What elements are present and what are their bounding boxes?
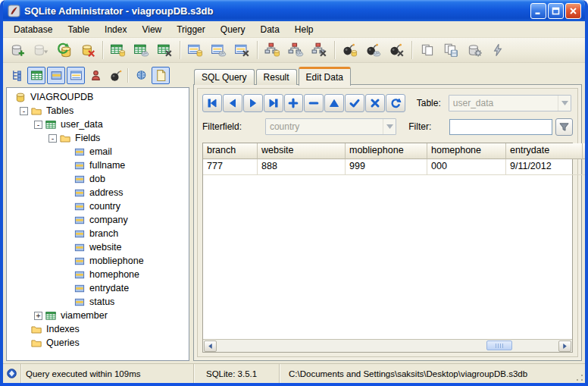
close-button[interactable]: [565, 3, 581, 19]
minimize-button[interactable]: [530, 3, 546, 19]
query-add-icon[interactable]: [339, 39, 361, 61]
tree-item-viamember[interactable]: +viamember: [7, 309, 189, 322]
database-refresh-icon[interactable]: [53, 39, 76, 61]
next-record-button[interactable]: [243, 94, 263, 112]
show-fields-icon[interactable]: [47, 67, 65, 84]
column-header[interactable]: entrydate: [506, 143, 583, 159]
menu-database[interactable]: Database: [6, 22, 60, 37]
filter-input[interactable]: [449, 119, 552, 135]
last-record-button[interactable]: [264, 94, 283, 112]
tree-item-queries[interactable]: Queries: [7, 336, 189, 350]
tree-item-field[interactable]: email: [7, 145, 189, 158]
view-drop-icon[interactable]: [231, 39, 254, 61]
tree-expander[interactable]: -: [34, 121, 42, 129]
maximize-button[interactable]: [548, 3, 564, 19]
tree-item-field[interactable]: address: [7, 186, 189, 199]
show-schema-icon[interactable]: [152, 67, 170, 84]
column-header[interactable]: branch: [203, 143, 258, 159]
menu-query[interactable]: Query: [213, 22, 253, 37]
object-tree-icon[interactable]: [8, 67, 26, 84]
tree-item-fields[interactable]: -Fields: [7, 131, 189, 145]
show-tables-icon[interactable]: [27, 67, 45, 84]
tree-item-field[interactable]: website: [7, 240, 189, 254]
index-edit-icon[interactable]: [285, 39, 308, 61]
table-add-icon[interactable]: [107, 39, 130, 61]
edit-record-button[interactable]: [324, 94, 344, 112]
tree-item-indexes[interactable]: Indexes: [7, 322, 189, 336]
tree-item-field[interactable]: mobliephone: [7, 254, 189, 268]
title-bar: SQLite Administrator - viagroupDB.s3db: [3, 0, 585, 21]
index-add-icon[interactable]: [261, 39, 284, 61]
post-edit-button[interactable]: [345, 94, 364, 112]
horizontal-scrollbar[interactable]: [203, 339, 572, 352]
tree-item-user-data[interactable]: -user_data: [7, 118, 189, 131]
query-drop-icon[interactable]: [386, 39, 408, 61]
tree-expander[interactable]: +: [34, 312, 42, 320]
tab-sql-query[interactable]: SQL Query: [194, 69, 255, 85]
database-add-icon[interactable]: [6, 39, 29, 61]
tree-item-field[interactable]: company: [7, 213, 189, 227]
view-edit-icon[interactable]: [208, 39, 230, 61]
refresh-records-button[interactable]: [386, 94, 405, 112]
tab-edit-data[interactable]: Edit Data: [299, 67, 351, 86]
scrollbar-track[interactable]: [217, 340, 558, 352]
tree-item-field[interactable]: country: [7, 199, 189, 213]
table-selector-dropdown[interactable]: user_data: [449, 95, 571, 111]
insert-record-button[interactable]: [284, 94, 304, 112]
database-tree[interactable]: VIAGROUPDB -Tables -user_data -Fields em…: [6, 87, 189, 361]
column-header[interactable]: mobliephone: [346, 143, 427, 159]
tree-item-field[interactable]: homephone: [7, 268, 189, 281]
menu-trigger[interactable]: Trigger: [169, 22, 213, 37]
scroll-right-icon[interactable]: [558, 340, 571, 352]
save-icon[interactable]: [439, 39, 462, 61]
show-queries-icon[interactable]: [106, 67, 124, 84]
scroll-left-icon[interactable]: [204, 340, 217, 352]
grid-cell[interactable]: 999: [346, 159, 427, 175]
database-open-icon[interactable]: [30, 39, 52, 61]
index-drop-icon[interactable]: [308, 39, 331, 61]
database-close-icon[interactable]: [77, 39, 99, 61]
table-drop-icon[interactable]: [154, 39, 177, 61]
database-settings-icon[interactable]: [463, 39, 486, 61]
prior-record-button[interactable]: [223, 94, 242, 112]
apply-filter-button[interactable]: [555, 118, 573, 136]
table-row[interactable]: 777 888 999 000 9/11/2012: [203, 159, 572, 175]
tree-item-label: company: [89, 215, 128, 225]
show-system-tables-icon[interactable]: [132, 67, 150, 84]
execute-sql-icon[interactable]: [486, 39, 509, 61]
view-add-icon[interactable]: [184, 39, 207, 61]
tree-item-field[interactable]: entrydate: [7, 281, 189, 295]
grid-cell[interactable]: 888: [258, 159, 346, 175]
resize-grip[interactable]: [573, 364, 585, 383]
grid-cell[interactable]: 777: [203, 159, 258, 175]
tree-item-field[interactable]: branch: [7, 227, 189, 240]
scrollbar-thumb[interactable]: [486, 340, 512, 350]
tree-expander[interactable]: -: [20, 107, 28, 115]
menu-table[interactable]: Table: [60, 22, 97, 37]
menu-help[interactable]: Help: [287, 22, 321, 37]
tree-item-field[interactable]: status: [7, 295, 189, 309]
tree-expander[interactable]: -: [48, 134, 57, 143]
show-views-icon[interactable]: [67, 67, 85, 84]
tree-item-field[interactable]: fullname: [7, 158, 189, 172]
tree-item-label: website: [89, 242, 121, 253]
tab-result[interactable]: Result: [256, 69, 297, 85]
tree-item-tables[interactable]: -Tables: [7, 104, 189, 118]
query-edit-icon[interactable]: [362, 39, 385, 61]
menu-index[interactable]: Index: [97, 22, 134, 37]
cancel-edit-button[interactable]: [365, 94, 385, 112]
menu-data[interactable]: Data: [252, 22, 286, 37]
show-triggers-icon[interactable]: [86, 67, 105, 84]
table-edit-icon[interactable]: [130, 39, 153, 61]
tree-item-field[interactable]: dob: [7, 172, 189, 186]
filterfield-dropdown[interactable]: country: [265, 118, 396, 135]
column-header[interactable]: homephone: [427, 143, 506, 159]
first-record-button[interactable]: [202, 94, 222, 112]
grid-cell[interactable]: 000: [427, 159, 506, 175]
tree-item-database[interactable]: VIAGROUPDB: [7, 90, 189, 104]
column-header[interactable]: website: [258, 143, 346, 159]
grid-cell[interactable]: 9/11/2012: [506, 159, 583, 175]
menu-view[interactable]: View: [134, 22, 169, 37]
delete-record-button[interactable]: [304, 94, 324, 112]
copy-icon[interactable]: [416, 39, 439, 61]
